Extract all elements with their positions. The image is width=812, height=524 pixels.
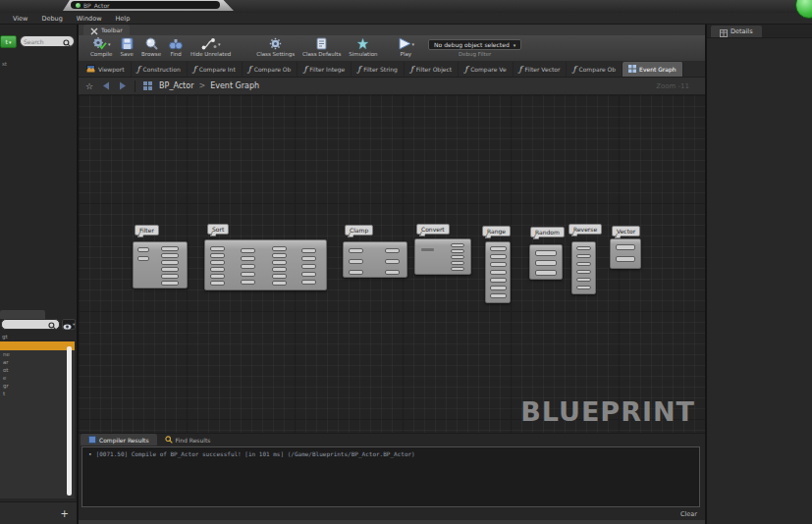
node-pin[interactable] xyxy=(576,278,591,282)
node-pin[interactable] xyxy=(576,246,591,250)
node-pin[interactable] xyxy=(272,274,287,279)
list-filter-search-input[interactable] xyxy=(5,321,48,328)
tab-filter-intege[interactable]: ƒFilter Intege xyxy=(298,62,352,77)
node-comment-bubble-filter[interactable]: Filter xyxy=(135,225,159,236)
node-pin[interactable] xyxy=(490,278,507,283)
breadcrumb-graph[interactable]: Event Graph xyxy=(210,81,259,90)
node-pin[interactable] xyxy=(535,270,557,276)
back-button[interactable] xyxy=(102,81,110,90)
toolbar-button-save[interactable]: Save xyxy=(117,37,138,57)
debug-object-dropdown[interactable]: No debug object selected ▾ xyxy=(428,39,521,50)
tab-compiler-results[interactable]: Compiler Results xyxy=(81,434,157,445)
list-item[interactable]: t xyxy=(0,390,75,397)
forward-button[interactable] xyxy=(119,81,127,90)
graph-node-sort[interactable] xyxy=(204,239,327,290)
node-comment-bubble-range[interactable]: Range xyxy=(482,226,511,236)
node-pin[interactable] xyxy=(490,254,507,259)
blueprint-search-input[interactable] xyxy=(24,38,63,45)
node-pin[interactable] xyxy=(535,260,557,266)
node-pin[interactable] xyxy=(161,281,179,286)
node-pin[interactable] xyxy=(535,250,557,256)
view-options-button[interactable]: ▾ xyxy=(62,319,76,330)
node-pin[interactable] xyxy=(490,270,507,275)
node-pin[interactable] xyxy=(576,270,591,274)
node-pin[interactable] xyxy=(161,253,179,258)
add-new-green-button[interactable]: t ▾ xyxy=(0,35,17,48)
list-item[interactable]: gr xyxy=(0,382,75,390)
node-pin[interactable] xyxy=(301,272,316,277)
list-item[interactable]: ne xyxy=(0,350,75,358)
node-pin[interactable] xyxy=(241,272,255,277)
node-pin[interactable] xyxy=(490,262,507,267)
node-pin[interactable] xyxy=(349,248,363,253)
menu-item-debug[interactable]: Debug xyxy=(34,15,69,23)
menu-item-help[interactable]: Help xyxy=(108,15,136,23)
menu-item-window[interactable]: Window xyxy=(70,15,109,23)
node-pin[interactable] xyxy=(490,293,507,298)
node-pin[interactable] xyxy=(616,256,635,262)
node-pin[interactable] xyxy=(301,280,316,285)
menu-item-view[interactable]: View xyxy=(6,15,34,23)
node-pin[interactable] xyxy=(385,270,400,275)
node-pin[interactable] xyxy=(301,256,316,261)
toolbar-button-compile[interactable]: ▾Compile xyxy=(86,37,117,57)
list-item[interactable]: ot xyxy=(0,366,75,374)
toolbar-tab[interactable]: Toolbar xyxy=(83,25,130,35)
graph-node-range[interactable] xyxy=(485,241,511,303)
graph-node-reverse[interactable] xyxy=(571,241,596,294)
toolbar-button-simulation[interactable]: Simulation xyxy=(345,37,381,57)
node-pin[interactable] xyxy=(451,243,464,247)
tab-find-results[interactable]: Find Results xyxy=(157,434,219,445)
node-pin[interactable] xyxy=(272,246,287,251)
node-pin[interactable] xyxy=(272,281,287,286)
graph-node-random[interactable] xyxy=(529,244,563,280)
list-item-selected[interactable] xyxy=(0,341,75,350)
node-comment-bubble-vector[interactable]: Vector xyxy=(612,226,640,236)
toolbar-button-find[interactable]: Find xyxy=(165,37,187,57)
tab-details[interactable]: Details xyxy=(711,26,762,37)
tab-compare-ob[interactable]: ƒCompare Ob xyxy=(567,62,623,77)
node-pin[interactable] xyxy=(241,256,255,261)
node-pin[interactable] xyxy=(210,260,225,265)
node-pin[interactable] xyxy=(210,267,225,272)
graph-canvas[interactable]: BLUEPRINT FilterSortClampConvertRangeRan… xyxy=(79,95,705,433)
node-pin[interactable] xyxy=(210,253,225,258)
toolbar-button-play[interactable]: ▾Play xyxy=(394,37,419,57)
graph-node-clamp[interactable] xyxy=(343,241,407,278)
node-pin[interactable] xyxy=(301,264,316,269)
list-item[interactable]: e xyxy=(0,374,75,382)
graph-node-filter[interactable] xyxy=(133,241,188,288)
list-item[interactable]: ar xyxy=(0,358,75,366)
node-pin[interactable] xyxy=(490,286,507,290)
tab-construction[interactable]: ƒConstruction xyxy=(132,62,188,77)
tab-filter-vector[interactable]: ƒFilter Vector xyxy=(514,62,568,77)
breadcrumb-blueprint[interactable]: BP_Actor xyxy=(159,81,193,90)
node-pin[interactable] xyxy=(576,262,591,266)
node-pin[interactable] xyxy=(161,246,179,251)
node-pin[interactable] xyxy=(301,248,316,253)
node-pin[interactable] xyxy=(349,259,363,264)
node-pin[interactable] xyxy=(272,253,287,258)
node-pin[interactable] xyxy=(451,249,464,253)
node-pin[interactable] xyxy=(272,260,287,265)
node-comment-bubble-clamp[interactable]: Clamp xyxy=(345,225,373,236)
node-pin[interactable] xyxy=(241,280,255,285)
node-pin[interactable] xyxy=(385,248,400,253)
node-pin[interactable] xyxy=(241,264,255,269)
node-comment-bubble-reverse[interactable]: Reverse xyxy=(568,224,602,235)
node-pin[interactable] xyxy=(210,281,225,286)
node-pin[interactable] xyxy=(137,256,149,261)
node-pin[interactable] xyxy=(241,248,255,253)
node-pin[interactable] xyxy=(385,259,400,264)
node-pin[interactable] xyxy=(451,267,464,271)
node-pin[interactable] xyxy=(576,254,591,258)
graph-node-convert[interactable] xyxy=(414,238,471,275)
node-comment-bubble-random[interactable]: Random xyxy=(530,227,565,237)
node-pin[interactable] xyxy=(210,246,225,251)
node-pin[interactable] xyxy=(161,267,179,272)
tab-compare-ve[interactable]: ƒCompare Ve xyxy=(459,62,513,77)
favorite-star-icon[interactable]: ☆ xyxy=(85,81,93,91)
node-comment-bubble-convert[interactable]: Convert xyxy=(416,224,450,235)
toolbar-button-class-defaults[interactable]: Class Defaults xyxy=(298,37,345,57)
panel-tab-stub[interactable] xyxy=(0,310,45,319)
